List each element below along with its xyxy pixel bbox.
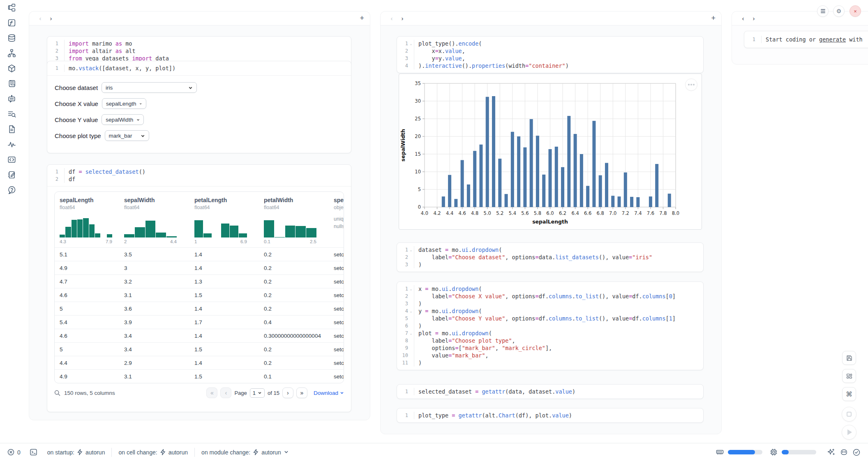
code-line[interactable]: 1selected_dataset = getattr(data, datase…: [397, 388, 703, 395]
stop-button[interactable]: [842, 407, 856, 422]
column-scroll-right-icon[interactable]: ›: [46, 15, 56, 22]
column-scroll-right-icon[interactable]: ›: [397, 15, 408, 22]
sidebar-script-icon[interactable]: [0, 76, 23, 91]
code-line[interactable]: 3): [397, 300, 703, 307]
notebook-menu-button[interactable]: [817, 5, 829, 17]
prev-page-button[interactable]: ‹: [220, 387, 231, 398]
code-placeholder[interactable]: Start coding or generate with: [761, 36, 863, 43]
code-line[interactable]: 2 label="Choose X value", options=df.col…: [397, 293, 703, 300]
code-line[interactable]: 1df = selected_dataset(): [47, 168, 351, 175]
bar-chart[interactable]: 4.04.24.44.64.85.05.25.45.65.86.06.26.46…: [399, 74, 702, 230]
generate-ai-link[interactable]: generate: [819, 36, 846, 43]
sidebar-database-icon[interactable]: [0, 30, 23, 46]
table-row[interactable]: 53.41.50.2setosa: [55, 342, 344, 356]
table-row[interactable]: 4.73.21.30.2setosa: [55, 274, 344, 288]
terminal-button[interactable]: [30, 448, 37, 456]
dropdown-select[interactable]: sepalWidth: [102, 114, 144, 125]
dropdown-select[interactable]: iris: [102, 82, 197, 93]
shutdown-button[interactable]: ×: [850, 5, 861, 17]
next-page-button[interactable]: ›: [282, 387, 293, 398]
code-line[interactable]: 2df: [47, 175, 351, 183]
table-column-header[interactable]: speciesobjectunique:nulls:: [329, 192, 344, 247]
table-row[interactable]: 53.61.40.2setosa: [55, 302, 344, 315]
cell-plot-type[interactable]: 1plot_type = getattr(alt.Chart(df), plot…: [397, 408, 704, 423]
column-scroll-left-icon[interactable]: ‹: [386, 15, 397, 22]
settings-button[interactable]: ⚙: [833, 5, 845, 17]
first-page-button[interactable]: «: [206, 387, 217, 398]
code-line[interactable]: 2import altair as alt: [47, 47, 351, 55]
ai-sparkles-icon[interactable]: [827, 448, 836, 456]
fold-chevron-icon[interactable]: ⌄: [408, 330, 414, 337]
code-line[interactable]: 4).interactive().properties(width="conta…: [397, 62, 703, 69]
code-line[interactable]: 1⌄dataset = mo.ui.dropdown(: [397, 246, 703, 254]
sidebar-function-icon[interactable]: [0, 15, 23, 30]
fold-chevron-icon[interactable]: ⌄: [408, 307, 414, 315]
code-line[interactable]: 4⌄y = mo.ui.dropdown(: [397, 307, 703, 315]
fold-chevron-icon[interactable]: ⌄: [408, 40, 414, 47]
code-line[interactable]: 3 y=y.value,: [397, 55, 703, 62]
table-row[interactable]: 4.63.41.40.30000000000000004setosa: [55, 329, 344, 342]
table-column-header[interactable]: petalWidthfloat640.12.5: [259, 192, 329, 247]
code-line[interactable]: 1⌄plot_type().encode(: [397, 40, 703, 47]
sidebar-help-icon[interactable]: [0, 182, 23, 198]
column-scroll-right-icon[interactable]: ›: [748, 15, 759, 22]
table-row[interactable]: 4.63.11.50.2setosa: [55, 288, 344, 302]
sidebar-file-tree-icon[interactable]: [0, 0, 23, 15]
save-button[interactable]: [842, 351, 856, 365]
autorun-setting[interactable]: on module change:autorun: [201, 449, 289, 456]
cell-plot-code[interactable]: 1⌄plot_type().encode(2 x=x.value,3 y=y.v…: [397, 36, 704, 73]
column-scroll-left-icon[interactable]: ‹: [35, 15, 46, 22]
autorun-setting[interactable]: on cell change:autorun: [118, 449, 188, 456]
code-line[interactable]: 1import marimo as mo: [47, 40, 351, 47]
code-line[interactable]: 3): [397, 261, 703, 268]
keyboard-shortcuts-button[interactable]: ⌘: [842, 387, 856, 401]
sidebar-chat-bot-icon[interactable]: [0, 91, 23, 106]
run-button[interactable]: [842, 425, 856, 440]
cell-selected-dataset[interactable]: 1selected_dataset = getattr(data, datase…: [397, 384, 704, 399]
fold-chevron-icon[interactable]: ⌄: [408, 246, 414, 254]
last-page-button[interactable]: »: [296, 387, 307, 398]
table-column-header[interactable]: petalLengthfloat6416.9: [189, 192, 259, 247]
copilot-icon[interactable]: [840, 448, 848, 456]
autorun-setting[interactable]: on startup:autorun: [47, 449, 105, 456]
table-row[interactable]: 4.931.40.2setosa: [55, 261, 344, 274]
cell-new-empty[interactable]: 1 Start coding or generate with: [744, 31, 868, 48]
add-cell-button[interactable]: +: [360, 14, 364, 23]
sidebar-code-snippet-icon[interactable]: [0, 152, 23, 167]
sidebar-dependency-graph-icon[interactable]: [0, 46, 23, 61]
cell-dataset-dropdown[interactable]: 1⌄dataset = mo.ui.dropdown(2 label="Choo…: [397, 242, 704, 272]
code-line[interactable]: 6): [397, 322, 703, 330]
code-line[interactable]: 1plot_type = getattr(alt.Chart(df), plot…: [397, 412, 703, 419]
fold-chevron-icon[interactable]: ⌄: [408, 285, 414, 293]
connection-status-icon[interactable]: [852, 448, 861, 456]
cell-xy-plot-dropdowns[interactable]: 1⌄x = mo.ui.dropdown(2 label="Choose X v…: [397, 281, 704, 370]
chart-menu-button[interactable]: [685, 78, 697, 91]
code-line[interactable]: 2 x=x.value,: [397, 47, 703, 55]
chart-output[interactable]: 4.04.24.44.64.85.05.25.45.65.86.06.26.46…: [399, 74, 702, 230]
table-row[interactable]: 4.42.91.40.2setosa: [55, 356, 344, 369]
table-row[interactable]: 4.93.11.50.1setosa: [55, 369, 344, 383]
code-line[interactable]: 1mo.vstack([dataset, x, y, plot]): [47, 65, 351, 72]
code-line[interactable]: 7⌄plot = mo.ui.dropdown(: [397, 330, 703, 337]
sidebar-document-icon[interactable]: [0, 122, 23, 137]
search-icon[interactable]: [54, 390, 60, 396]
table-row[interactable]: 5.43.91.70.4setosa: [55, 315, 344, 329]
sidebar-activity-icon[interactable]: [0, 137, 23, 152]
table-column-header[interactable]: sepalLengthfloat644.37.9: [55, 192, 119, 247]
download-button[interactable]: Download: [314, 390, 344, 396]
code-line[interactable]: 5 label="Choose Y value", options=df.col…: [397, 315, 703, 322]
error-count-badge[interactable]: 0: [7, 449, 21, 456]
dropdown-select[interactable]: sepalLength: [102, 98, 146, 109]
code-line[interactable]: 10 value="mark_bar",: [397, 352, 703, 359]
table-row[interactable]: 5.13.51.40.2setosa: [55, 247, 344, 261]
code-line[interactable]: 11): [397, 359, 703, 366]
code-line[interactable]: 9 options=["mark_bar", "mark_circle"],: [397, 344, 703, 352]
table-column-header[interactable]: sepalWidthfloat6424.4: [119, 192, 189, 247]
code-line[interactable]: 1⌄x = mo.ui.dropdown(: [397, 285, 703, 293]
page-select[interactable]: 1: [250, 388, 265, 398]
cell-vstack[interactable]: 1mo.vstack([dataset, x, y, plot]) Choose…: [47, 61, 351, 153]
dropdown-select[interactable]: mark_bar: [105, 130, 149, 141]
layout-toggle-button[interactable]: [842, 369, 856, 383]
cell-dataframe[interactable]: 1df = selected_dataset()2df sepalLengthf…: [47, 164, 351, 412]
column-scroll-left-icon[interactable]: ‹: [738, 15, 748, 22]
